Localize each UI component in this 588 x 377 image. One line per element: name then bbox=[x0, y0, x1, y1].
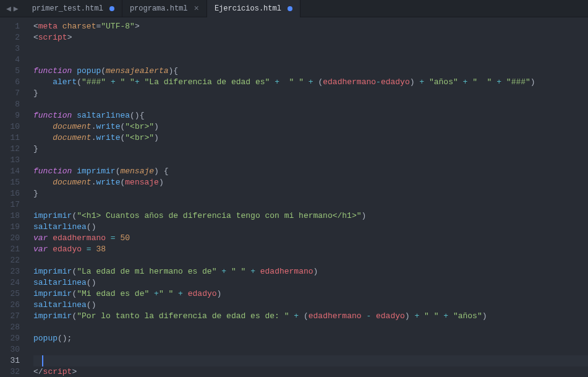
line-number[interactable]: 29 bbox=[0, 333, 20, 344]
code-line[interactable] bbox=[33, 43, 588, 54]
line-number[interactable]: 8 bbox=[0, 99, 20, 110]
tab-label: primer_test.html bbox=[32, 4, 103, 13]
line-number[interactable]: 11 bbox=[0, 132, 20, 144]
close-icon[interactable]: × bbox=[194, 4, 199, 13]
token: + bbox=[294, 311, 299, 321]
line-number[interactable]: 12 bbox=[0, 144, 20, 155]
token: > bbox=[135, 22, 140, 31]
line-number[interactable]: 15 bbox=[0, 177, 20, 188]
token: > bbox=[72, 367, 77, 376]
code-line[interactable]: function imprimir(mensaje) { bbox=[33, 166, 588, 177]
code-line[interactable]: function popup(mensajealerta){ bbox=[33, 66, 588, 77]
line-number[interactable]: 6 bbox=[0, 77, 20, 88]
token: "<br>" bbox=[125, 122, 154, 131]
token bbox=[33, 122, 53, 131]
token: edadhermano bbox=[309, 311, 362, 321]
code-line[interactable]: function saltarlinea(){ bbox=[33, 110, 588, 121]
code-area[interactable]: <meta charset="UTF-8"><script>function p… bbox=[25, 17, 588, 377]
token bbox=[58, 22, 62, 31]
token: 38 bbox=[96, 245, 106, 254]
line-number[interactable]: 19 bbox=[0, 222, 20, 233]
code-line[interactable] bbox=[33, 54, 588, 66]
code-line[interactable]: popup(); bbox=[33, 333, 588, 344]
token: edadhermano bbox=[323, 77, 376, 87]
line-number[interactable]: 25 bbox=[0, 288, 20, 300]
token: edadyo bbox=[376, 311, 405, 321]
token: - bbox=[376, 77, 381, 87]
line-number[interactable]: 18 bbox=[0, 210, 20, 222]
code-line[interactable] bbox=[33, 199, 588, 210]
code-line[interactable]: } bbox=[33, 144, 588, 155]
code-line[interactable]: var edadyo = 38 bbox=[33, 244, 588, 255]
line-number[interactable]: 7 bbox=[0, 88, 20, 99]
token: "UTF-8" bbox=[101, 22, 135, 31]
line-number[interactable]: 31 bbox=[0, 355, 20, 366]
line-number[interactable]: 16 bbox=[0, 188, 20, 199]
tab-nav-prev-icon[interactable]: ◀ bbox=[5, 4, 12, 14]
token bbox=[371, 311, 376, 321]
token: alert bbox=[53, 77, 77, 87]
line-number[interactable]: 13 bbox=[0, 155, 20, 166]
token: "###" bbox=[82, 77, 106, 87]
code-line[interactable]: imprimir("La edad de mi hermano es de" +… bbox=[33, 266, 588, 277]
code-line[interactable]: saltarlinea() bbox=[33, 300, 588, 311]
tab-nav-next-icon[interactable]: ▶ bbox=[12, 4, 20, 14]
token: script bbox=[43, 367, 72, 376]
token: + bbox=[111, 77, 116, 87]
code-line[interactable]: </script> bbox=[33, 366, 588, 377]
line-number[interactable]: 3 bbox=[0, 43, 20, 54]
token: "<br>" bbox=[125, 133, 154, 142]
line-number[interactable]: 24 bbox=[0, 277, 20, 288]
code-line[interactable]: document.write("<br>") bbox=[33, 121, 588, 132]
line-number[interactable]: 21 bbox=[0, 244, 20, 255]
line-number[interactable]: 17 bbox=[0, 199, 20, 210]
modified-indicator-icon bbox=[288, 6, 292, 11]
token: imprimir bbox=[77, 167, 115, 176]
code-line[interactable]: alert("###" + " "+ "La diferencia de eda… bbox=[33, 77, 588, 88]
token: var bbox=[33, 245, 48, 254]
token bbox=[458, 77, 463, 87]
code-line[interactable]: } bbox=[33, 88, 588, 99]
token: " " bbox=[472, 77, 492, 87]
line-number[interactable]: 4 bbox=[0, 54, 20, 66]
code-line[interactable]: <meta charset="UTF-8"> bbox=[33, 21, 588, 32]
line-number[interactable]: 27 bbox=[0, 311, 20, 322]
code-line[interactable]: imprimir("<h1> Cuantos años de diferenci… bbox=[33, 210, 588, 222]
code-line[interactable] bbox=[33, 99, 588, 110]
code-line[interactable]: var edadhermano = 50 bbox=[33, 233, 588, 244]
code-line[interactable] bbox=[33, 344, 588, 355]
code-line[interactable] bbox=[33, 322, 588, 333]
code-line[interactable] bbox=[33, 355, 588, 366]
token: charset bbox=[62, 22, 96, 31]
tab-programa-html[interactable]: programa.html× bbox=[122, 0, 207, 17]
code-line[interactable]: } bbox=[33, 188, 588, 199]
code-line[interactable] bbox=[33, 155, 588, 166]
line-number[interactable]: 28 bbox=[0, 322, 20, 333]
token: edadhermano bbox=[53, 233, 106, 243]
line-number[interactable]: 20 bbox=[0, 233, 20, 244]
line-number[interactable]: 14 bbox=[0, 166, 20, 177]
line-number[interactable]: 26 bbox=[0, 300, 20, 311]
line-number[interactable]: 2 bbox=[0, 32, 20, 43]
code-line[interactable]: imprimir("Por lo tanto la diferencia de … bbox=[33, 311, 588, 322]
code-line[interactable]: document.write(mensaje) bbox=[33, 177, 588, 188]
line-number[interactable]: 23 bbox=[0, 266, 20, 277]
tab-primer_test-html[interactable]: primer_test.html bbox=[25, 0, 122, 17]
code-line[interactable]: saltarlinea() bbox=[33, 222, 588, 233]
code-line[interactable]: <script> bbox=[33, 32, 588, 43]
code-line[interactable]: imprimir("Mi edad es de" +" " + edadyo) bbox=[33, 288, 588, 300]
line-number[interactable]: 30 bbox=[0, 344, 20, 355]
code-line[interactable] bbox=[33, 255, 588, 266]
line-number[interactable]: 1 bbox=[0, 21, 20, 32]
token: saltarlinea bbox=[33, 300, 87, 310]
line-number[interactable]: 32 bbox=[0, 366, 20, 377]
code-line[interactable]: saltarlinea() bbox=[33, 277, 588, 288]
code-line[interactable]: document.write("<br>") bbox=[33, 132, 588, 144]
line-number[interactable]: 22 bbox=[0, 255, 20, 266]
token: var bbox=[33, 233, 48, 243]
line-number[interactable]: 9 bbox=[0, 110, 20, 121]
token: "años" bbox=[429, 77, 458, 87]
line-number[interactable]: 10 bbox=[0, 121, 20, 132]
line-number[interactable]: 5 bbox=[0, 66, 20, 77]
tab-ejercicios-html[interactable]: Ejercicios.html bbox=[207, 0, 300, 17]
